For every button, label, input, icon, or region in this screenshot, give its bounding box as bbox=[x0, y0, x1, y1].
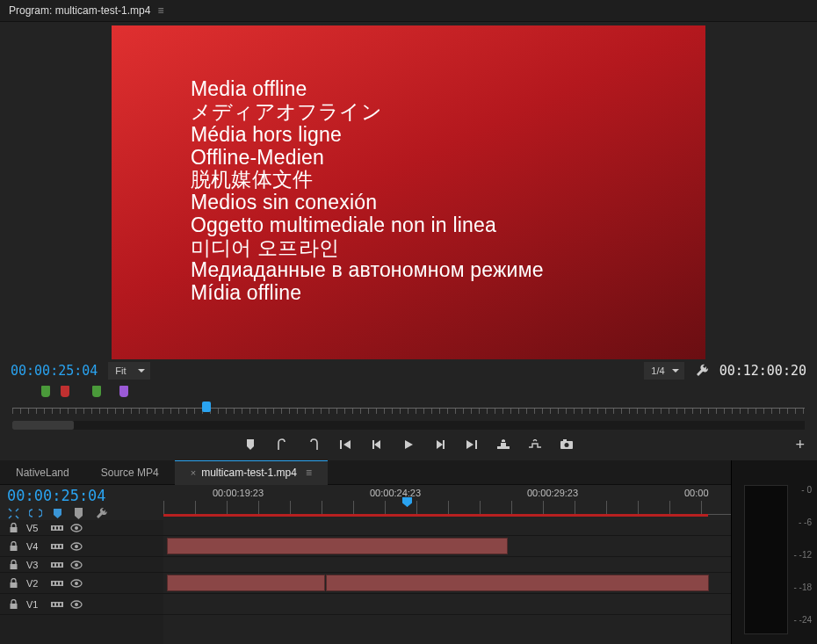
play-button[interactable] bbox=[399, 435, 418, 454]
sequence-tabs: NativeLandSource MP4×multicam-test-1.mp4… bbox=[0, 460, 731, 485]
sync-lock-icon[interactable] bbox=[51, 541, 63, 552]
marker[interactable] bbox=[41, 386, 50, 397]
track-lane[interactable] bbox=[163, 557, 731, 573]
mark-in-button[interactable] bbox=[272, 435, 292, 454]
timeline-marker-icon[interactable] bbox=[73, 507, 86, 520]
panel-menu-icon[interactable]: ≡ bbox=[157, 4, 163, 17]
sequence-tab[interactable]: NativeLand bbox=[0, 460, 85, 485]
svg-rect-28 bbox=[56, 582, 58, 584]
clip[interactable] bbox=[167, 538, 508, 554]
sync-lock-icon[interactable] bbox=[51, 560, 63, 570]
meter-tick: - -12 bbox=[793, 550, 812, 582]
track-header[interactable]: V2 bbox=[0, 573, 163, 594]
ruler-label: 00:00 bbox=[684, 488, 709, 498]
viewer-area: Media offlineメディアオフラインMédia hors ligneOf… bbox=[0, 22, 817, 359]
add-marker-timeline-icon[interactable] bbox=[51, 507, 64, 520]
offline-text-line: メディアオフライン bbox=[191, 101, 705, 124]
ruler-label: 00:00:29:23 bbox=[527, 488, 578, 498]
track-header[interactable]: V3 bbox=[0, 557, 163, 573]
timeline-timecode[interactable]: 00:00:25:04 bbox=[7, 487, 106, 504]
markers-band[interactable] bbox=[0, 382, 817, 404]
mark-out-button[interactable] bbox=[304, 435, 323, 454]
track-area[interactable] bbox=[163, 520, 731, 644]
clip[interactable] bbox=[326, 575, 709, 591]
settings-wrench-icon[interactable] bbox=[695, 364, 709, 378]
timeline-settings-wrench-icon[interactable] bbox=[95, 507, 108, 520]
zoom-select[interactable]: Fit bbox=[108, 362, 150, 380]
lock-icon[interactable] bbox=[7, 541, 19, 552]
step-forward-button[interactable] bbox=[430, 435, 450, 454]
lock-icon[interactable] bbox=[7, 560, 19, 570]
track-header[interactable]: V4 bbox=[0, 536, 163, 557]
svg-rect-21 bbox=[56, 563, 58, 566]
marker[interactable] bbox=[61, 386, 69, 397]
svg-point-24 bbox=[75, 563, 78, 567]
lift-button[interactable] bbox=[494, 435, 513, 454]
svg-rect-36 bbox=[60, 603, 61, 605]
track-name: V1 bbox=[26, 599, 44, 610]
offline-text-line: 미디어 오프라인 bbox=[191, 237, 705, 260]
svg-point-10 bbox=[75, 526, 78, 530]
svg-rect-7 bbox=[56, 526, 58, 529]
track-lane[interactable] bbox=[163, 594, 731, 615]
svg-rect-3 bbox=[54, 509, 61, 515]
audio-meter: - 0- -6- -12- -18- -24 bbox=[731, 460, 817, 644]
svg-point-31 bbox=[75, 582, 78, 585]
monitor-info-bar: 00:00:25:04 Fit 1/4 00:12:00:20 bbox=[0, 359, 817, 381]
svg-point-1 bbox=[565, 443, 569, 447]
linked-selection-icon[interactable] bbox=[29, 507, 42, 520]
track-lane[interactable] bbox=[163, 520, 731, 536]
track-name: V3 bbox=[26, 560, 44, 570]
current-timecode[interactable]: 00:00:25:04 bbox=[11, 363, 98, 379]
lock-icon[interactable] bbox=[7, 599, 19, 610]
svg-rect-32 bbox=[10, 604, 17, 609]
offline-text-line: Offline-Medien bbox=[191, 147, 705, 170]
sequence-tab[interactable]: ×multicam-test-1.mp4≡ bbox=[175, 460, 328, 485]
toggle-track-output-icon[interactable] bbox=[70, 541, 83, 552]
lock-icon[interactable] bbox=[7, 523, 19, 533]
quality-select[interactable]: 1/4 bbox=[644, 362, 683, 380]
program-scrubber[interactable] bbox=[12, 404, 805, 421]
sync-lock-icon[interactable] bbox=[51, 599, 63, 610]
clip[interactable] bbox=[167, 575, 325, 591]
export-frame-button[interactable] bbox=[557, 435, 576, 454]
go-to-out-button[interactable] bbox=[462, 435, 481, 454]
tab-label: NativeLand bbox=[16, 467, 69, 479]
offline-text-line: Oggetto multimediale non in linea bbox=[191, 214, 705, 237]
button-editor-button[interactable]: + bbox=[795, 436, 805, 454]
timeline-ruler[interactable]: 00:00:19:2300:00:24:2300:00:29:2300:00 bbox=[163, 485, 731, 520]
track-name: V5 bbox=[26, 523, 44, 533]
go-to-in-button[interactable] bbox=[336, 435, 355, 454]
extract-button[interactable] bbox=[525, 435, 545, 454]
program-playhead[interactable] bbox=[202, 402, 211, 412]
marker[interactable] bbox=[92, 386, 101, 397]
work-area-bar[interactable] bbox=[163, 514, 708, 517]
marker[interactable] bbox=[119, 386, 128, 397]
sync-lock-icon[interactable] bbox=[51, 578, 63, 589]
toggle-track-output-icon[interactable] bbox=[70, 578, 83, 589]
track-header[interactable]: V1 bbox=[0, 594, 163, 615]
meter-tick: - -18 bbox=[793, 582, 812, 615]
toggle-track-output-icon[interactable] bbox=[70, 599, 83, 610]
offline-text-line: Mídia offline bbox=[191, 282, 705, 305]
track-header[interactable]: V5 bbox=[0, 520, 163, 536]
svg-rect-8 bbox=[60, 526, 61, 529]
panel-menu-icon[interactable]: ≡ bbox=[306, 467, 312, 479]
svg-rect-20 bbox=[53, 563, 54, 566]
snap-icon[interactable] bbox=[7, 507, 20, 520]
toggle-track-output-icon[interactable] bbox=[70, 523, 83, 533]
lock-icon[interactable] bbox=[7, 578, 19, 589]
track-headers: V5V4V3V2V1 bbox=[0, 520, 163, 644]
sync-lock-icon[interactable] bbox=[51, 523, 63, 533]
program-header: Program: multicam-test-1.mp4 ≡ bbox=[0, 0, 817, 22]
svg-rect-11 bbox=[10, 546, 17, 551]
transport-controls: + bbox=[0, 430, 817, 460]
step-back-button[interactable] bbox=[367, 435, 387, 454]
toggle-track-output-icon[interactable] bbox=[70, 560, 83, 570]
close-icon[interactable]: × bbox=[191, 467, 196, 478]
sequence-tab[interactable]: Source MP4 bbox=[85, 460, 175, 485]
program-zoom-scrollbar[interactable] bbox=[12, 421, 805, 430]
add-marker-button[interactable] bbox=[241, 435, 260, 454]
svg-rect-34 bbox=[53, 603, 54, 605]
meter-tick: - -24 bbox=[793, 615, 812, 644]
